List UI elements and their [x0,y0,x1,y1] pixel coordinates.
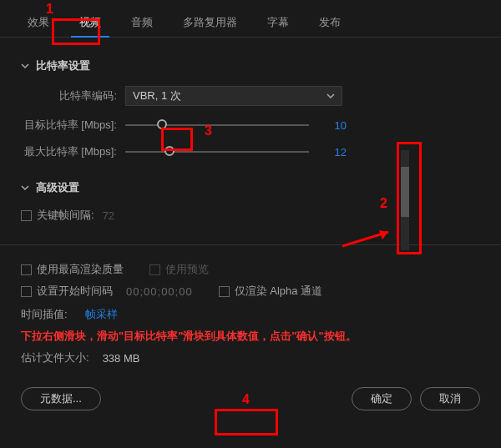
time-interp-value[interactable]: 帧采样 [85,307,118,322]
alpha-checkbox[interactable] [219,286,230,297]
advanced-section-header[interactable]: 高级设置 [21,180,480,195]
instruction-text: 下拉右侧滑块，滑动"目标比特率"滑块到具体数值，点击"确认"按钮。 [21,329,480,344]
bitrate-section-header[interactable]: 比特率设置 [21,58,480,73]
slider-handle-icon[interactable] [157,119,167,129]
scrollbar[interactable] [401,150,409,250]
max-bitrate-value[interactable]: 12 [321,146,347,159]
chevron-down-icon [326,90,335,103]
ok-button[interactable]: 确定 [352,387,412,410]
timecode-value: 00;00;00;00 [126,285,193,298]
encoding-label: 比特率编码: [21,88,125,103]
scrollbar-thumb[interactable] [401,167,409,217]
encoding-value: VBR, 1 次 [133,88,181,103]
target-bitrate-slider[interactable] [125,124,309,126]
metadata-button[interactable]: 元数据... [21,387,101,410]
advanced-title: 高级设置 [36,180,79,195]
preview-label: 使用预览 [165,262,209,277]
chevron-down-icon [21,184,29,192]
preview-checkbox[interactable] [149,264,160,275]
chevron-down-icon [21,62,29,70]
keyframe-label: 关键帧间隔: [37,208,94,223]
tab-publish[interactable]: 发布 [304,8,356,37]
cancel-button[interactable]: 取消 [420,387,480,410]
estimate-value: 338 MB [103,352,140,365]
tab-audio[interactable]: 音频 [116,8,168,37]
tab-mux[interactable]: 多路复用器 [168,8,252,37]
max-bitrate-label: 最大比特率 [Mbps]: [21,144,125,159]
max-render-checkbox[interactable] [21,264,32,275]
target-bitrate-label: 目标比特率 [Mbps]: [21,118,125,133]
slider-handle-icon[interactable] [164,146,175,156]
tab-effects[interactable]: 效果 [13,8,64,37]
timecode-checkbox[interactable] [21,286,32,297]
encoding-select[interactable]: VBR, 1 次 [125,86,342,106]
time-interp-label: 时间插值: [21,307,68,322]
keyframe-value: 72 [103,209,114,222]
target-bitrate-value[interactable]: 10 [321,119,347,132]
timecode-label: 设置开始时间码 [37,284,113,299]
tab-video[interactable]: 视频 [64,8,116,37]
alpha-label: 仅渲染 Alpha 通道 [235,284,322,299]
max-bitrate-slider[interactable] [125,151,309,153]
max-render-label: 使用最高渲染质量 [37,262,124,277]
estimate-label: 估计文件大小: [21,350,89,365]
tab-captions[interactable]: 字幕 [252,8,304,37]
keyframe-checkbox[interactable] [21,210,32,221]
bitrate-title: 比特率设置 [36,58,90,73]
